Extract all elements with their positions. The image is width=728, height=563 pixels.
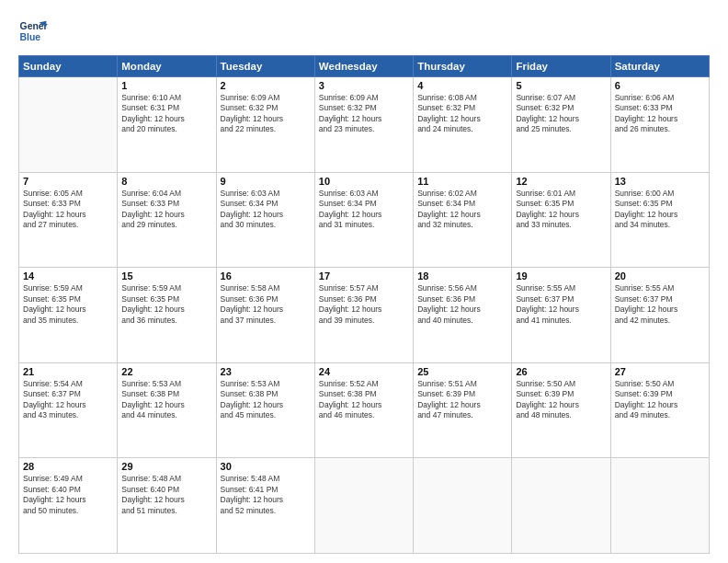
calendar-cell: 16Sunrise: 5:58 AM Sunset: 6:36 PM Dayli… xyxy=(216,268,314,363)
day-number: 7 xyxy=(23,176,113,187)
day-number: 8 xyxy=(121,176,211,187)
day-number: 12 xyxy=(516,176,606,187)
calendar-cell: 15Sunrise: 5:59 AM Sunset: 6:35 PM Dayli… xyxy=(118,268,216,363)
calendar-cell: 9Sunrise: 6:03 AM Sunset: 6:34 PM Daylig… xyxy=(216,172,314,268)
calendar-header-thursday: Thursday xyxy=(414,56,512,77)
day-number: 2 xyxy=(221,80,311,91)
calendar-cell: 29Sunrise: 5:48 AM Sunset: 6:40 PM Dayli… xyxy=(118,458,216,554)
day-number: 19 xyxy=(516,270,606,282)
day-info: Sunrise: 6:06 AM Sunset: 6:33 PM Dayligh… xyxy=(615,93,705,135)
day-number: 28 xyxy=(23,461,113,472)
calendar-cell: 22Sunrise: 5:53 AM Sunset: 6:38 PM Dayli… xyxy=(118,362,216,458)
calendar-cell xyxy=(19,77,118,173)
calendar-table: SundayMondayTuesdayWednesdayThursdayFrid… xyxy=(18,55,710,554)
day-number: 9 xyxy=(221,176,311,187)
calendar-cell: 24Sunrise: 5:52 AM Sunset: 6:38 PM Dayli… xyxy=(314,362,413,458)
day-number: 15 xyxy=(121,270,211,282)
day-info: Sunrise: 5:49 AM Sunset: 6:40 PM Dayligh… xyxy=(23,474,113,516)
day-info: Sunrise: 5:56 AM Sunset: 6:36 PM Dayligh… xyxy=(417,283,507,326)
day-info: Sunrise: 6:00 AM Sunset: 6:35 PM Dayligh… xyxy=(615,189,705,231)
calendar-header-row: SundayMondayTuesdayWednesdayThursdayFrid… xyxy=(19,56,710,77)
calendar-cell: 19Sunrise: 5:55 AM Sunset: 6:37 PM Dayli… xyxy=(512,268,610,363)
calendar-cell: 23Sunrise: 5:53 AM Sunset: 6:38 PM Dayli… xyxy=(216,362,314,458)
calendar-cell: 27Sunrise: 5:50 AM Sunset: 6:39 PM Dayli… xyxy=(610,362,709,458)
calendar-week-row: 1Sunrise: 6:10 AM Sunset: 6:31 PM Daylig… xyxy=(19,77,710,173)
calendar-week-row: 21Sunrise: 5:54 AM Sunset: 6:37 PM Dayli… xyxy=(19,362,710,458)
calendar-cell: 13Sunrise: 6:00 AM Sunset: 6:35 PM Dayli… xyxy=(610,172,709,268)
day-number: 1 xyxy=(121,80,211,91)
calendar-week-row: 14Sunrise: 5:59 AM Sunset: 6:35 PM Dayli… xyxy=(19,268,710,363)
day-number: 16 xyxy=(221,270,311,282)
day-number: 13 xyxy=(615,176,705,187)
day-number: 22 xyxy=(121,366,211,377)
calendar-cell: 7Sunrise: 6:05 AM Sunset: 6:33 PM Daylig… xyxy=(19,172,118,268)
day-info: Sunrise: 6:04 AM Sunset: 6:33 PM Dayligh… xyxy=(121,189,211,231)
calendar-cell: 3Sunrise: 6:09 AM Sunset: 6:32 PM Daylig… xyxy=(314,77,413,173)
day-info: Sunrise: 5:59 AM Sunset: 6:35 PM Dayligh… xyxy=(121,283,211,326)
calendar-cell: 5Sunrise: 6:07 AM Sunset: 6:32 PM Daylig… xyxy=(512,77,610,173)
calendar-cell: 21Sunrise: 5:54 AM Sunset: 6:37 PM Dayli… xyxy=(19,362,118,458)
calendar-cell: 28Sunrise: 5:49 AM Sunset: 6:40 PM Dayli… xyxy=(19,458,118,554)
day-info: Sunrise: 5:48 AM Sunset: 6:41 PM Dayligh… xyxy=(221,474,311,516)
calendar-cell: 1Sunrise: 6:10 AM Sunset: 6:31 PM Daylig… xyxy=(118,77,216,173)
calendar-header-saturday: Saturday xyxy=(610,56,709,77)
day-info: Sunrise: 5:54 AM Sunset: 6:37 PM Dayligh… xyxy=(23,379,113,421)
day-info: Sunrise: 6:09 AM Sunset: 6:32 PM Dayligh… xyxy=(319,93,409,135)
day-number: 27 xyxy=(615,366,705,377)
day-number: 23 xyxy=(221,366,311,377)
calendar-cell: 18Sunrise: 5:56 AM Sunset: 6:36 PM Dayli… xyxy=(414,268,512,363)
calendar-header-monday: Monday xyxy=(118,56,216,77)
day-info: Sunrise: 5:58 AM Sunset: 6:36 PM Dayligh… xyxy=(221,283,311,326)
day-info: Sunrise: 5:50 AM Sunset: 6:39 PM Dayligh… xyxy=(615,379,705,421)
calendar-header-sunday: Sunday xyxy=(19,56,118,77)
calendar-week-row: 28Sunrise: 5:49 AM Sunset: 6:40 PM Dayli… xyxy=(19,458,710,554)
day-number: 4 xyxy=(417,80,507,91)
day-number: 17 xyxy=(319,270,409,282)
calendar-cell: 4Sunrise: 6:08 AM Sunset: 6:32 PM Daylig… xyxy=(414,77,512,173)
calendar-header-friday: Friday xyxy=(512,56,610,77)
calendar-week-row: 7Sunrise: 6:05 AM Sunset: 6:33 PM Daylig… xyxy=(19,172,710,268)
day-number: 10 xyxy=(319,176,409,187)
day-info: Sunrise: 5:57 AM Sunset: 6:36 PM Dayligh… xyxy=(319,283,409,326)
day-info: Sunrise: 5:55 AM Sunset: 6:37 PM Dayligh… xyxy=(516,283,606,326)
day-number: 24 xyxy=(319,366,409,377)
day-info: Sunrise: 6:05 AM Sunset: 6:33 PM Dayligh… xyxy=(23,189,113,231)
day-number: 11 xyxy=(417,176,507,187)
page: General Blue SundayMondayTuesdayWednesda… xyxy=(0,0,728,563)
calendar-cell: 12Sunrise: 6:01 AM Sunset: 6:35 PM Dayli… xyxy=(512,172,610,268)
calendar-cell: 17Sunrise: 5:57 AM Sunset: 6:36 PM Dayli… xyxy=(314,268,413,363)
day-info: Sunrise: 6:03 AM Sunset: 6:34 PM Dayligh… xyxy=(221,189,311,231)
day-info: Sunrise: 5:48 AM Sunset: 6:40 PM Dayligh… xyxy=(121,474,211,516)
logo: General Blue xyxy=(18,17,48,46)
day-number: 6 xyxy=(615,80,705,91)
calendar-cell: 10Sunrise: 6:03 AM Sunset: 6:34 PM Dayli… xyxy=(314,172,413,268)
day-number: 21 xyxy=(23,366,113,377)
calendar-cell: 25Sunrise: 5:51 AM Sunset: 6:39 PM Dayli… xyxy=(414,362,512,458)
calendar-cell: 20Sunrise: 5:55 AM Sunset: 6:37 PM Dayli… xyxy=(610,268,709,363)
day-info: Sunrise: 5:53 AM Sunset: 6:38 PM Dayligh… xyxy=(121,379,211,421)
day-number: 20 xyxy=(615,270,705,282)
calendar-cell xyxy=(414,458,512,554)
day-info: Sunrise: 5:59 AM Sunset: 6:35 PM Dayligh… xyxy=(23,283,113,326)
calendar-cell: 30Sunrise: 5:48 AM Sunset: 6:41 PM Dayli… xyxy=(216,458,314,554)
calendar-cell: 6Sunrise: 6:06 AM Sunset: 6:33 PM Daylig… xyxy=(610,77,709,173)
calendar-cell: 26Sunrise: 5:50 AM Sunset: 6:39 PM Dayli… xyxy=(512,362,610,458)
day-info: Sunrise: 6:01 AM Sunset: 6:35 PM Dayligh… xyxy=(516,189,606,231)
calendar-cell: 11Sunrise: 6:02 AM Sunset: 6:34 PM Dayli… xyxy=(414,172,512,268)
day-info: Sunrise: 5:52 AM Sunset: 6:38 PM Dayligh… xyxy=(319,379,409,421)
day-info: Sunrise: 6:08 AM Sunset: 6:32 PM Dayligh… xyxy=(417,93,507,135)
calendar-cell: 14Sunrise: 5:59 AM Sunset: 6:35 PM Dayli… xyxy=(19,268,118,363)
svg-text:Blue: Blue xyxy=(20,32,41,42)
calendar-cell: 8Sunrise: 6:04 AM Sunset: 6:33 PM Daylig… xyxy=(118,172,216,268)
calendar-cell: 2Sunrise: 6:09 AM Sunset: 6:32 PM Daylig… xyxy=(216,77,314,173)
day-info: Sunrise: 5:50 AM Sunset: 6:39 PM Dayligh… xyxy=(516,379,606,421)
day-info: Sunrise: 6:07 AM Sunset: 6:32 PM Dayligh… xyxy=(516,93,606,135)
day-number: 14 xyxy=(23,270,113,282)
day-info: Sunrise: 6:09 AM Sunset: 6:32 PM Dayligh… xyxy=(221,93,311,135)
day-info: Sunrise: 6:02 AM Sunset: 6:34 PM Dayligh… xyxy=(417,189,507,231)
day-number: 30 xyxy=(221,461,311,472)
day-number: 29 xyxy=(121,461,211,472)
day-number: 18 xyxy=(417,270,507,282)
day-number: 3 xyxy=(319,80,409,91)
header: General Blue xyxy=(18,17,710,46)
